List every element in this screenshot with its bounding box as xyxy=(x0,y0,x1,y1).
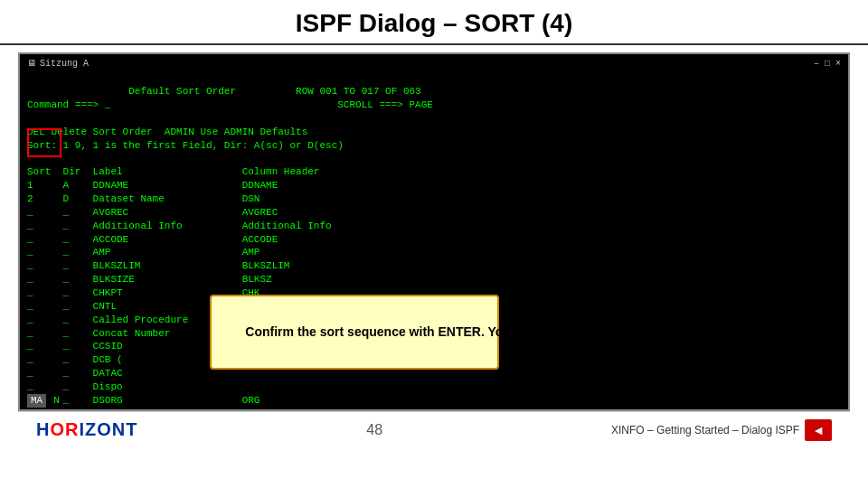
data-row-1: 1 A DDNAME DDNAME xyxy=(27,180,278,191)
terminal-header-row: Default Sort Order ROW 001 TO 017 OF 063 xyxy=(27,86,421,97)
win-minimize-icon[interactable]: – xyxy=(814,58,819,70)
terminal-titlebar: 🖥 Sitzung A – □ × xyxy=(27,58,841,70)
footer-right: XINFO – Getting Started – Dialog ISPF ◄ xyxy=(611,419,832,441)
win-maximize-icon[interactable]: □ xyxy=(825,58,830,70)
col-headers: Sort Dir Label Column Header xyxy=(27,166,319,177)
terminal-window: 🖥 Sitzung A – □ × Default Sort Order ROW… xyxy=(18,52,850,411)
sort-note: Sort: 1 9, 1 is the first Field, Dir: A(… xyxy=(27,140,344,151)
command-line[interactable]: Command ===> _ xyxy=(27,99,110,110)
sort-highlight-box xyxy=(27,128,61,157)
terminal-body: Default Sort Order ROW 001 TO 017 OF 063… xyxy=(27,72,841,412)
data-row-2: 2 D Dataset Name DSN xyxy=(27,193,259,204)
page-number: 48 xyxy=(366,422,382,438)
terminal-icon: 🖥 xyxy=(27,58,36,70)
win-close-icon[interactable]: × xyxy=(835,58,841,70)
terminal-title: Sitzung A xyxy=(40,58,89,70)
del-line: DEL Delete Sort Order ADMIN Use ADMIN De… xyxy=(27,127,307,137)
footer: HORIZONT 48 XINFO – Getting Started – Di… xyxy=(18,411,850,447)
sort-callout: Confirm the sort sequence with ENTER. Yo… xyxy=(210,295,499,370)
status-left: MA xyxy=(27,394,46,408)
breadcrumb: XINFO – Getting Started – Dialog ISPF xyxy=(611,424,799,436)
status-right: N xyxy=(53,394,60,408)
nav-back-button[interactable]: ◄ xyxy=(805,419,832,441)
brand-or: OR xyxy=(50,419,79,439)
brand: HORIZONT xyxy=(36,419,137,440)
page-title: ISPF Dialog – SORT (4) xyxy=(0,0,868,45)
status-bar: MA N xyxy=(27,394,841,408)
